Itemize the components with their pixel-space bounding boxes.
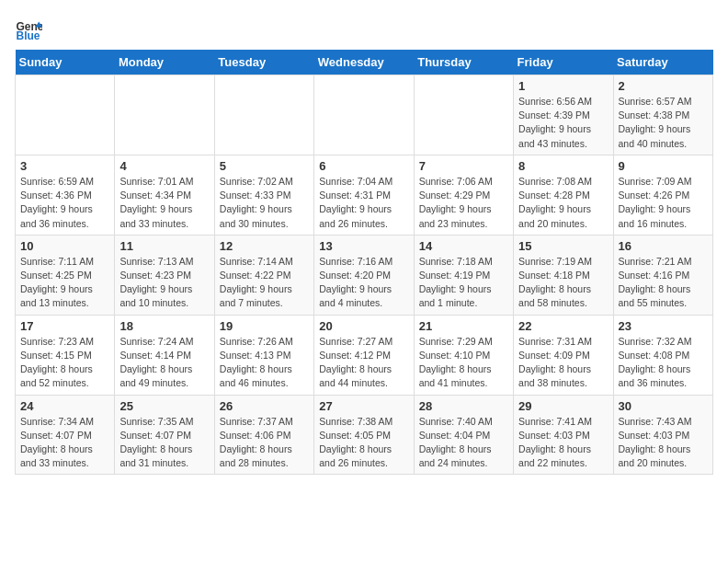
calendar-cell: 20Sunrise: 7:27 AM Sunset: 4:12 PM Dayli…: [314, 315, 414, 395]
day-info: Sunrise: 7:01 AM Sunset: 4:34 PM Dayligh…: [119, 175, 209, 231]
day-info: Sunrise: 7:16 AM Sunset: 4:20 PM Dayligh…: [319, 255, 408, 311]
day-number: 18: [119, 319, 209, 333]
calendar-cell: 11Sunrise: 7:13 AM Sunset: 4:23 PM Dayli…: [115, 235, 214, 315]
day-number: 16: [619, 239, 708, 253]
day-info: Sunrise: 7:11 AM Sunset: 4:25 PM Dayligh…: [20, 255, 109, 311]
day-info: Sunrise: 7:31 AM Sunset: 4:09 PM Dayligh…: [518, 335, 608, 391]
day-number: 7: [419, 159, 508, 173]
calendar-cell: 26Sunrise: 7:37 AM Sunset: 4:06 PM Dayli…: [214, 395, 313, 475]
calendar-cell: 14Sunrise: 7:18 AM Sunset: 4:19 PM Dayli…: [414, 235, 513, 315]
calendar-cell: 4Sunrise: 7:01 AM Sunset: 4:34 PM Daylig…: [115, 155, 214, 235]
day-number: 22: [518, 319, 608, 333]
day-info: Sunrise: 7:41 AM Sunset: 4:03 PM Dayligh…: [518, 415, 608, 471]
calendar-cell: [414, 75, 513, 155]
day-info: Sunrise: 7:13 AM Sunset: 4:23 PM Dayligh…: [119, 255, 209, 311]
calendar-cell: [214, 75, 313, 155]
svg-text:Blue: Blue: [17, 29, 40, 42]
calendar-cell: 2Sunrise: 6:57 AM Sunset: 4:38 PM Daylig…: [613, 75, 712, 155]
weekday-thursday: Thursday: [414, 50, 513, 75]
day-info: Sunrise: 7:32 AM Sunset: 4:08 PM Dayligh…: [619, 335, 708, 391]
day-number: 17: [20, 319, 109, 333]
day-number: 14: [419, 239, 508, 253]
day-number: 21: [419, 319, 508, 333]
calendar-cell: 12Sunrise: 7:14 AM Sunset: 4:22 PM Dayli…: [214, 235, 313, 315]
day-number: 30: [619, 399, 708, 413]
day-info: Sunrise: 6:59 AM Sunset: 4:36 PM Dayligh…: [20, 175, 109, 231]
calendar-table: SundayMondayTuesdayWednesdayThursdayFrid…: [15, 50, 713, 475]
calendar-cell: 10Sunrise: 7:11 AM Sunset: 4:25 PM Dayli…: [16, 235, 115, 315]
day-info: Sunrise: 7:37 AM Sunset: 4:06 PM Dayligh…: [220, 415, 309, 471]
day-info: Sunrise: 7:26 AM Sunset: 4:13 PM Dayligh…: [220, 335, 309, 391]
day-number: 13: [319, 239, 408, 253]
day-info: Sunrise: 7:29 AM Sunset: 4:10 PM Dayligh…: [419, 335, 508, 391]
weekday-sunday: Sunday: [16, 50, 115, 75]
day-number: 2: [619, 79, 708, 93]
week-row-4: 17Sunrise: 7:23 AM Sunset: 4:15 PM Dayli…: [16, 315, 713, 395]
calendar-cell: 5Sunrise: 7:02 AM Sunset: 4:33 PM Daylig…: [214, 155, 313, 235]
day-info: Sunrise: 7:40 AM Sunset: 4:04 PM Dayligh…: [419, 415, 508, 471]
day-number: 29: [518, 399, 608, 413]
day-number: 3: [20, 159, 109, 173]
calendar-cell: 9Sunrise: 7:09 AM Sunset: 4:26 PM Daylig…: [613, 155, 712, 235]
day-info: Sunrise: 7:02 AM Sunset: 4:33 PM Dayligh…: [220, 175, 309, 231]
weekday-wednesday: Wednesday: [314, 50, 414, 75]
day-number: 20: [319, 319, 408, 333]
day-number: 23: [619, 319, 708, 333]
day-number: 27: [319, 399, 408, 413]
week-row-5: 24Sunrise: 7:34 AM Sunset: 4:07 PM Dayli…: [16, 395, 713, 475]
day-number: 28: [419, 399, 508, 413]
day-number: 5: [220, 159, 309, 173]
day-info: Sunrise: 7:06 AM Sunset: 4:29 PM Dayligh…: [419, 175, 508, 231]
weekday-friday: Friday: [514, 50, 613, 75]
day-number: 26: [220, 399, 309, 413]
day-info: Sunrise: 7:21 AM Sunset: 4:16 PM Dayligh…: [619, 255, 708, 311]
day-info: Sunrise: 7:27 AM Sunset: 4:12 PM Dayligh…: [319, 335, 408, 391]
day-number: 4: [119, 159, 209, 173]
day-number: 1: [518, 79, 608, 93]
day-number: 6: [319, 159, 408, 173]
day-info: Sunrise: 6:56 AM Sunset: 4:39 PM Dayligh…: [518, 95, 608, 151]
calendar-cell: 22Sunrise: 7:31 AM Sunset: 4:09 PM Dayli…: [514, 315, 613, 395]
calendar-cell: 18Sunrise: 7:24 AM Sunset: 4:14 PM Dayli…: [115, 315, 214, 395]
calendar-cell: 6Sunrise: 7:04 AM Sunset: 4:31 PM Daylig…: [314, 155, 414, 235]
week-row-2: 3Sunrise: 6:59 AM Sunset: 4:36 PM Daylig…: [16, 155, 713, 235]
day-info: Sunrise: 7:43 AM Sunset: 4:03 PM Dayligh…: [619, 415, 708, 471]
day-info: Sunrise: 7:35 AM Sunset: 4:07 PM Dayligh…: [119, 415, 209, 471]
day-number: 25: [119, 399, 209, 413]
calendar-cell: [115, 75, 214, 155]
calendar-cell: 1Sunrise: 6:56 AM Sunset: 4:39 PM Daylig…: [514, 75, 613, 155]
calendar-cell: 24Sunrise: 7:34 AM Sunset: 4:07 PM Dayli…: [16, 395, 115, 475]
calendar-body: 1Sunrise: 6:56 AM Sunset: 4:39 PM Daylig…: [16, 75, 713, 475]
page-header: General Blue: [15, 15, 713, 42]
day-info: Sunrise: 7:23 AM Sunset: 4:15 PM Dayligh…: [20, 335, 109, 391]
day-number: 8: [518, 159, 608, 173]
calendar-cell: 7Sunrise: 7:06 AM Sunset: 4:29 PM Daylig…: [414, 155, 513, 235]
day-info: Sunrise: 7:08 AM Sunset: 4:28 PM Dayligh…: [518, 175, 608, 231]
calendar-cell: 3Sunrise: 6:59 AM Sunset: 4:36 PM Daylig…: [16, 155, 115, 235]
week-row-1: 1Sunrise: 6:56 AM Sunset: 4:39 PM Daylig…: [16, 75, 713, 155]
calendar-cell: 30Sunrise: 7:43 AM Sunset: 4:03 PM Dayli…: [613, 395, 712, 475]
calendar-cell: 29Sunrise: 7:41 AM Sunset: 4:03 PM Dayli…: [514, 395, 613, 475]
calendar-cell: 15Sunrise: 7:19 AM Sunset: 4:18 PM Dayli…: [514, 235, 613, 315]
calendar-cell: 8Sunrise: 7:08 AM Sunset: 4:28 PM Daylig…: [514, 155, 613, 235]
calendar-cell: 16Sunrise: 7:21 AM Sunset: 4:16 PM Dayli…: [613, 235, 712, 315]
calendar-cell: 27Sunrise: 7:38 AM Sunset: 4:05 PM Dayli…: [314, 395, 414, 475]
day-info: Sunrise: 7:09 AM Sunset: 4:26 PM Dayligh…: [619, 175, 708, 231]
calendar-cell: 28Sunrise: 7:40 AM Sunset: 4:04 PM Dayli…: [414, 395, 513, 475]
day-number: 15: [518, 239, 608, 253]
day-info: Sunrise: 6:57 AM Sunset: 4:38 PM Dayligh…: [619, 95, 708, 151]
week-row-3: 10Sunrise: 7:11 AM Sunset: 4:25 PM Dayli…: [16, 235, 713, 315]
calendar-cell: 23Sunrise: 7:32 AM Sunset: 4:08 PM Dayli…: [613, 315, 712, 395]
day-number: 24: [20, 399, 109, 413]
day-info: Sunrise: 7:18 AM Sunset: 4:19 PM Dayligh…: [419, 255, 508, 311]
day-number: 11: [119, 239, 209, 253]
weekday-saturday: Saturday: [613, 50, 712, 75]
calendar-cell: [16, 75, 115, 155]
day-number: 10: [20, 239, 109, 253]
calendar-cell: 21Sunrise: 7:29 AM Sunset: 4:10 PM Dayli…: [414, 315, 513, 395]
logo-icon: General Blue: [15, 15, 42, 42]
day-info: Sunrise: 7:19 AM Sunset: 4:18 PM Dayligh…: [518, 255, 608, 311]
calendar-cell: 25Sunrise: 7:35 AM Sunset: 4:07 PM Dayli…: [115, 395, 214, 475]
calendar-cell: 17Sunrise: 7:23 AM Sunset: 4:15 PM Dayli…: [16, 315, 115, 395]
day-info: Sunrise: 7:04 AM Sunset: 4:31 PM Dayligh…: [319, 175, 408, 231]
